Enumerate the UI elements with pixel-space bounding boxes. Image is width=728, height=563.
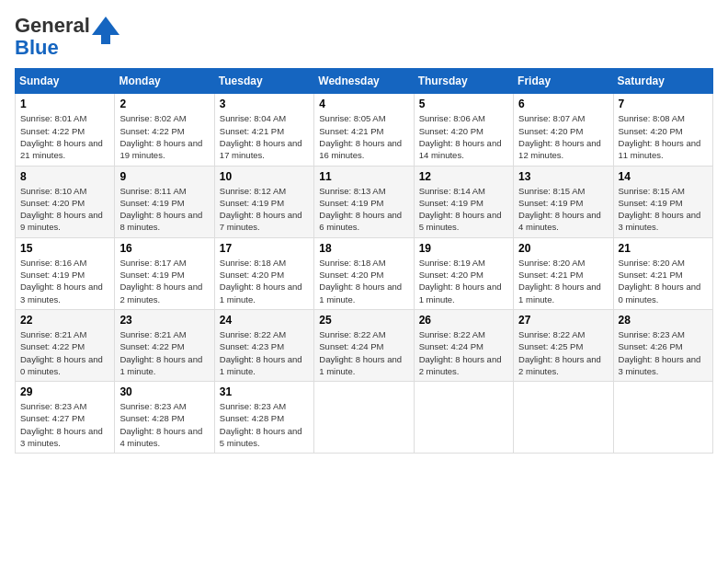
calendar-cell: 7 Sunrise: 8:08 AMSunset: 4:20 PMDayligh… [613, 94, 712, 166]
day-number: 3 [220, 98, 309, 110]
day-info: Sunrise: 8:15 AMSunset: 4:19 PMDaylight:… [518, 186, 601, 233]
calendar-table: SundayMondayTuesdayWednesdayThursdayFrid… [15, 68, 713, 454]
day-info: Sunrise: 8:17 AMSunset: 4:19 PMDaylight:… [119, 258, 202, 304]
day-number: 4 [319, 98, 408, 110]
day-number: 29 [20, 385, 109, 398]
day-info: Sunrise: 8:23 AMSunset: 4:27 PMDaylight:… [20, 401, 103, 448]
calendar-week-row: 29 Sunrise: 8:23 AMSunset: 4:27 PMDaylig… [16, 382, 713, 454]
day-number: 27 [518, 314, 608, 327]
calendar-cell: 15 Sunrise: 8:16 AMSunset: 4:19 PMDaylig… [16, 237, 115, 309]
calendar-cell [613, 382, 712, 454]
calendar-cell [414, 382, 513, 454]
calendar-cell: 6 Sunrise: 8:07 AMSunset: 4:20 PMDayligh… [514, 94, 613, 166]
calendar-cell: 1 Sunrise: 8:01 AMSunset: 4:22 PMDayligh… [16, 94, 115, 166]
calendar-cell: 27 Sunrise: 8:22 AMSunset: 4:25 PMDaylig… [514, 309, 613, 381]
day-info: Sunrise: 8:11 AMSunset: 4:19 PMDaylight:… [119, 186, 202, 233]
calendar-cell: 13 Sunrise: 8:15 AMSunset: 4:19 PMDaylig… [514, 166, 613, 237]
page-header: General Blue [15, 15, 713, 59]
day-number: 24 [220, 314, 309, 327]
logo-text: General Blue [15, 15, 90, 59]
day-info: Sunrise: 8:10 AMSunset: 4:20 PMDaylight:… [20, 186, 103, 233]
day-info: Sunrise: 8:22 AMSunset: 4:24 PMDaylight:… [419, 329, 502, 376]
logo: General Blue [15, 15, 119, 59]
day-info: Sunrise: 8:23 AMSunset: 4:28 PMDaylight:… [220, 401, 302, 448]
calendar-cell: 28 Sunrise: 8:23 AMSunset: 4:26 PMDaylig… [613, 309, 712, 381]
weekday-header: Tuesday [214, 69, 313, 94]
calendar-cell: 24 Sunrise: 8:22 AMSunset: 4:23 PMDaylig… [214, 309, 313, 381]
calendar-cell: 4 Sunrise: 8:05 AMSunset: 4:21 PMDayligh… [314, 94, 414, 166]
calendar-cell: 5 Sunrise: 8:06 AMSunset: 4:20 PMDayligh… [414, 94, 513, 166]
day-number: 23 [119, 314, 209, 327]
calendar-cell: 8 Sunrise: 8:10 AMSunset: 4:20 PMDayligh… [16, 166, 115, 237]
day-number: 18 [319, 242, 408, 255]
day-number: 19 [419, 242, 508, 255]
day-number: 9 [119, 170, 209, 183]
calendar-cell: 10 Sunrise: 8:12 AMSunset: 4:19 PMDaylig… [214, 166, 313, 237]
weekday-header: Saturday [613, 69, 712, 94]
day-number: 14 [619, 170, 708, 183]
day-info: Sunrise: 8:22 AMSunset: 4:24 PMDaylight:… [319, 329, 402, 376]
day-info: Sunrise: 8:23 AMSunset: 4:28 PMDaylight:… [119, 401, 202, 448]
calendar-cell: 17 Sunrise: 8:18 AMSunset: 4:20 PMDaylig… [214, 237, 313, 309]
day-info: Sunrise: 8:06 AMSunset: 4:20 PMDaylight:… [419, 113, 502, 160]
day-number: 15 [20, 242, 109, 255]
day-info: Sunrise: 8:23 AMSunset: 4:26 PMDaylight:… [619, 329, 701, 376]
day-info: Sunrise: 8:04 AMSunset: 4:21 PMDaylight:… [220, 113, 302, 160]
weekday-header: Monday [115, 69, 214, 94]
weekday-header: Friday [514, 69, 613, 94]
day-info: Sunrise: 8:05 AMSunset: 4:21 PMDaylight:… [319, 113, 402, 160]
day-info: Sunrise: 8:18 AMSunset: 4:20 PMDaylight:… [220, 258, 302, 304]
calendar-week-row: 1 Sunrise: 8:01 AMSunset: 4:22 PMDayligh… [16, 94, 713, 166]
page-container: General Blue SundayMondayTuesdayWednesda… [0, 0, 728, 461]
logo-blue: Blue [15, 36, 59, 59]
day-info: Sunrise: 8:12 AMSunset: 4:19 PMDaylight:… [220, 186, 302, 233]
day-number: 11 [319, 170, 408, 183]
day-number: 13 [518, 170, 608, 183]
day-info: Sunrise: 8:13 AMSunset: 4:19 PMDaylight:… [319, 186, 402, 233]
calendar-cell: 23 Sunrise: 8:21 AMSunset: 4:22 PMDaylig… [115, 309, 214, 381]
day-info: Sunrise: 8:22 AMSunset: 4:25 PMDaylight:… [518, 329, 601, 376]
day-number: 21 [619, 242, 708, 255]
calendar-cell: 9 Sunrise: 8:11 AMSunset: 4:19 PMDayligh… [115, 166, 214, 237]
calendar-cell: 2 Sunrise: 8:02 AMSunset: 4:22 PMDayligh… [115, 94, 214, 166]
day-number: 12 [419, 170, 508, 183]
weekday-header: Wednesday [314, 69, 414, 94]
day-number: 5 [419, 98, 508, 110]
day-info: Sunrise: 8:15 AMSunset: 4:19 PMDaylight:… [619, 186, 701, 233]
calendar-cell: 30 Sunrise: 8:23 AMSunset: 4:28 PMDaylig… [115, 382, 214, 454]
calendar-cell: 20 Sunrise: 8:20 AMSunset: 4:21 PMDaylig… [514, 237, 613, 309]
day-number: 16 [119, 242, 209, 255]
day-info: Sunrise: 8:16 AMSunset: 4:19 PMDaylight:… [20, 258, 103, 304]
weekday-header: Sunday [16, 69, 115, 94]
calendar-cell: 31 Sunrise: 8:23 AMSunset: 4:28 PMDaylig… [214, 382, 313, 454]
calendar-cell: 25 Sunrise: 8:22 AMSunset: 4:24 PMDaylig… [314, 309, 414, 381]
day-info: Sunrise: 8:20 AMSunset: 4:21 PMDaylight:… [518, 258, 601, 304]
day-info: Sunrise: 8:20 AMSunset: 4:21 PMDaylight:… [619, 258, 701, 304]
calendar-cell: 16 Sunrise: 8:17 AMSunset: 4:19 PMDaylig… [115, 237, 214, 309]
day-info: Sunrise: 8:01 AMSunset: 4:22 PMDaylight:… [20, 113, 103, 160]
calendar-cell: 14 Sunrise: 8:15 AMSunset: 4:19 PMDaylig… [613, 166, 712, 237]
day-info: Sunrise: 8:21 AMSunset: 4:22 PMDaylight:… [20, 329, 103, 376]
day-number: 28 [619, 314, 708, 327]
calendar-cell [514, 382, 613, 454]
day-number: 6 [518, 98, 608, 110]
day-number: 31 [220, 385, 309, 398]
svg-marker-0 [92, 17, 119, 44]
day-number: 1 [20, 98, 109, 110]
day-number: 2 [119, 98, 209, 110]
calendar-week-row: 8 Sunrise: 8:10 AMSunset: 4:20 PMDayligh… [16, 166, 713, 237]
calendar-cell: 29 Sunrise: 8:23 AMSunset: 4:27 PMDaylig… [16, 382, 115, 454]
calendar-cell: 26 Sunrise: 8:22 AMSunset: 4:24 PMDaylig… [414, 309, 513, 381]
day-number: 26 [419, 314, 508, 327]
calendar-cell: 12 Sunrise: 8:14 AMSunset: 4:19 PMDaylig… [414, 166, 513, 237]
day-info: Sunrise: 8:21 AMSunset: 4:22 PMDaylight:… [119, 329, 202, 376]
day-info: Sunrise: 8:18 AMSunset: 4:20 PMDaylight:… [319, 258, 402, 304]
day-number: 22 [20, 314, 109, 327]
weekday-header-row: SundayMondayTuesdayWednesdayThursdayFrid… [16, 69, 713, 94]
day-number: 10 [220, 170, 309, 183]
day-info: Sunrise: 8:08 AMSunset: 4:20 PMDaylight:… [619, 113, 701, 160]
calendar-cell [314, 382, 414, 454]
day-number: 30 [119, 385, 209, 398]
calendar-cell: 19 Sunrise: 8:19 AMSunset: 4:20 PMDaylig… [414, 237, 513, 309]
calendar-cell: 21 Sunrise: 8:20 AMSunset: 4:21 PMDaylig… [613, 237, 712, 309]
